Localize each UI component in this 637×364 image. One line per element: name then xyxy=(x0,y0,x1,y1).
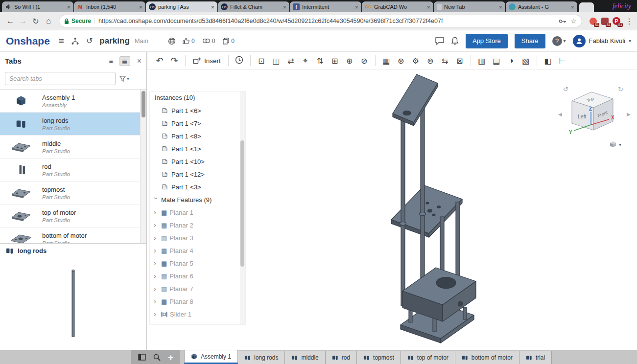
comments-icon[interactable] xyxy=(435,37,444,45)
chevron-down-icon[interactable]: ▾ xyxy=(564,38,566,44)
sidebar-item-rod[interactable]: rodPart Studio xyxy=(0,159,146,182)
section-view-icon[interactable]: ◧ xyxy=(541,56,555,66)
app-store-button[interactable]: App Store xyxy=(466,34,508,48)
browser-tab-parking-active[interactable]: On parking | Ass × xyxy=(146,1,217,12)
copies-counter[interactable]: 0 xyxy=(223,38,235,45)
mate-connector-icon[interactable]: ⌖ xyxy=(298,56,313,65)
mate-row[interactable]: › ▦ Planar 5 xyxy=(150,257,245,270)
filter-funnel-icon[interactable]: ▾ xyxy=(119,76,129,82)
revert-history-icon[interactable] xyxy=(232,56,247,66)
scrollbar-thumb[interactable] xyxy=(240,140,244,267)
mate-row[interactable]: › ▦ Planar 2 xyxy=(150,219,245,231)
circular-pattern-icon[interactable]: ⊕ xyxy=(342,56,357,66)
screw-relation-icon[interactable]: ⊠ xyxy=(452,56,467,66)
mate-features-header[interactable]: › Mate Features (9) xyxy=(150,193,245,206)
sidebar-item-long-rods[interactable]: long rodsPart Studio xyxy=(0,113,146,136)
display-mode-button[interactable]: ▾ xyxy=(610,141,621,148)
mate-relation-icon[interactable]: ⇄ xyxy=(283,56,298,66)
close-icon[interactable]: × xyxy=(211,4,214,10)
appearance-icon[interactable]: ◑ xyxy=(504,56,519,65)
detail-view-icon[interactable]: ≣ xyxy=(119,56,130,66)
doc-tab-middle[interactable]: middle xyxy=(285,351,325,364)
doc-tab-top-of-motor[interactable]: top of motor xyxy=(401,351,455,364)
key-icon[interactable] xyxy=(559,19,566,23)
view-cube[interactable]: ◀ ▶ ↺ ↻ Top Left Front Z X xyxy=(553,71,637,152)
onshape-logo[interactable]: Onshape xyxy=(6,35,50,47)
history-icon[interactable]: ↺ xyxy=(86,36,93,46)
snap-mode-icon[interactable]: ⇅ xyxy=(313,56,328,66)
help-icon[interactable]: ? xyxy=(552,36,562,46)
mate-row[interactable]: › ▦ Planar 6 xyxy=(150,270,245,282)
sidebar-item-topmost[interactable]: topmostPart Studio xyxy=(0,182,146,205)
document-menu-icon[interactable]: ≡ xyxy=(59,36,64,46)
doc-tab-bottom-of-motor[interactable]: bottom of motor xyxy=(455,351,519,364)
chevron-down-icon[interactable]: › xyxy=(153,197,160,202)
named-views-icon[interactable]: ▥ xyxy=(474,56,489,66)
measure-icon[interactable]: ⊢ xyxy=(555,56,570,66)
linear-pattern-icon[interactable]: ⊞ xyxy=(328,56,342,66)
roll-ccw-icon[interactable]: ↺ xyxy=(563,86,568,93)
display-states-icon[interactable]: ▧ xyxy=(519,56,533,66)
mate-row[interactable]: › ▦ Planar 1 xyxy=(150,206,245,219)
home-icon[interactable]: ⌂ xyxy=(42,17,55,25)
doc-tab-long-rods[interactable]: long rods xyxy=(238,351,285,364)
belt-relation-icon[interactable]: ⊚ xyxy=(423,56,438,66)
group-icon[interactable]: ◫ xyxy=(269,56,283,66)
chevron-right-icon[interactable]: › xyxy=(154,285,159,292)
mate-row[interactable]: › ▦ Planar 4 xyxy=(150,244,245,257)
address-bar[interactable]: Secure https://cad.onshape.com/documents… xyxy=(59,15,582,27)
replicate-icon[interactable]: ▦ xyxy=(379,56,394,66)
chevron-right-icon[interactable]: › xyxy=(154,311,159,318)
bookmark-star-icon[interactable]: ☆ xyxy=(570,17,577,25)
close-icon[interactable]: × xyxy=(283,4,286,10)
chevron-right-icon[interactable]: › xyxy=(154,260,159,267)
share-button[interactable]: Share xyxy=(515,34,545,48)
doc-tab-rod[interactable]: rod xyxy=(326,351,357,364)
rotate-right-arrow-icon[interactable]: ▶ xyxy=(627,112,631,117)
instance-row[interactable]: Part 1 <3> xyxy=(150,181,245,193)
roll-cw-icon[interactable]: ↻ xyxy=(618,86,623,93)
close-icon[interactable]: × xyxy=(354,4,358,10)
extension-icon-pinterest[interactable]: P S1 xyxy=(612,16,621,26)
rack-relation-icon[interactable]: ⇆ xyxy=(438,56,452,66)
doc-tab-assembly-1[interactable]: Assembly 1 xyxy=(184,350,238,364)
chevron-down-icon[interactable]: ▾ xyxy=(619,142,621,147)
add-tab-button[interactable]: + xyxy=(168,353,173,362)
list-view-icon[interactable]: ≡ xyxy=(106,56,117,66)
close-icon[interactable]: × xyxy=(67,4,71,10)
browser-menu-icon[interactable]: ⋮ xyxy=(625,17,633,26)
close-panel-icon[interactable]: × xyxy=(137,57,142,66)
search-tabs-input[interactable] xyxy=(5,72,116,85)
model-top-plate[interactable] xyxy=(393,74,438,126)
browser-tab-fillet[interactable]: On Fillet & Cham × xyxy=(218,1,289,12)
instance-row[interactable]: Part 1 <10> xyxy=(150,155,245,168)
doc-tab-trial[interactable]: trial xyxy=(519,351,552,364)
instance-row[interactable]: Part 1 <1> xyxy=(150,142,245,155)
versions-icon[interactable] xyxy=(71,37,79,45)
chevron-right-icon[interactable]: › xyxy=(154,222,159,228)
reload-icon[interactable]: ↻ xyxy=(29,17,42,26)
chevron-down-icon[interactable]: ▾ xyxy=(629,38,631,44)
user-avatar[interactable] xyxy=(573,35,586,47)
exploded-view-icon[interactable]: ⊛ xyxy=(394,56,408,66)
chevron-right-icon[interactable]: › xyxy=(154,298,159,305)
sidebar-item-assembly-1[interactable]: Assembly 1Assembly xyxy=(0,90,146,113)
sidebar-item-top-of-motor[interactable]: top of motorPart Studio xyxy=(0,205,146,228)
notifications-bell-icon[interactable] xyxy=(451,37,459,45)
sidebar-scrollbar[interactable] xyxy=(140,90,146,243)
mate-row[interactable]: › ▦ Planar 3 xyxy=(150,231,245,244)
document-title[interactable]: parking xyxy=(99,36,129,46)
mate-icon[interactable]: ⊡ xyxy=(254,56,269,66)
search-tabs-icon[interactable] xyxy=(153,354,161,361)
links-counter[interactable]: 0 xyxy=(203,38,215,45)
undo-icon[interactable]: ↶ xyxy=(152,55,167,66)
browser-tab-sowilli[interactable]: So Will I (1 × xyxy=(2,1,73,12)
browser-tab-assistant[interactable]: Assistant - G × xyxy=(506,1,577,12)
new-tab-button[interactable] xyxy=(579,2,594,12)
bom-table-icon[interactable]: ▤ xyxy=(489,56,504,66)
toggle-tabs-panel-icon[interactable] xyxy=(138,354,146,361)
browser-profile-label[interactable]: felicity xyxy=(613,2,637,10)
mate-row-slider[interactable]: › Slider 1 xyxy=(150,308,245,320)
mate-row[interactable]: › ▦ Planar 7 xyxy=(150,282,245,295)
likes-counter[interactable]: 0 xyxy=(183,38,195,45)
